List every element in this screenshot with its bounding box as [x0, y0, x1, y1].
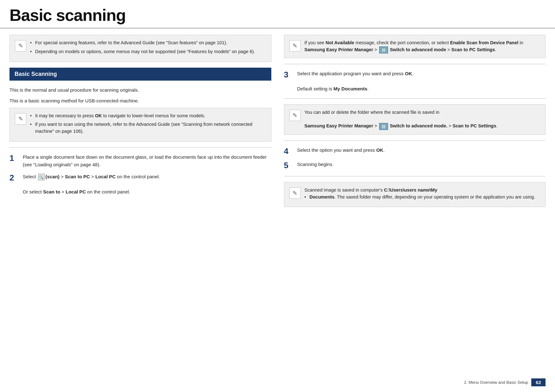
footer-text: 2. Menu Overview and Basic Setup: [464, 380, 528, 385]
note-icon-4: ✎: [289, 110, 301, 121]
note-2-content: It may be necessary to press OK to navig…: [30, 113, 266, 137]
step-2-content: Select 🔍(scan) > Scan to PC > Local PC o…: [23, 173, 271, 196]
note-1-bullet-2: Depending on models or options, some men…: [30, 48, 266, 55]
step-3-text-line2: Default setting is My Documents.: [297, 86, 369, 91]
note-box-1: ✎ For special scanning features, refer t…: [9, 35, 271, 62]
note-5-text: Scanned image is saved in computer's C:\…: [305, 187, 437, 193]
step-5-content: Scanning begins.: [297, 161, 546, 168]
step-5-number: 5: [284, 161, 293, 170]
page-footer: 2. Menu Overview and Basic Setup 62: [464, 378, 546, 386]
step-2-text-line2: Or select Scan to > Local PC on the cont…: [23, 189, 130, 194]
main-content: ✎ For special scanning features, refer t…: [0, 28, 555, 222]
note-icon-2: ✎: [15, 113, 26, 125]
note-box-3: ✎ If you see Not Available message, chec…: [284, 35, 546, 58]
step-4-number: 4: [284, 146, 293, 156]
note-1-bullet-1: For special scanning features, refer to …: [30, 40, 266, 46]
note-4-text: You can add or delete the folder where t…: [305, 110, 498, 129]
step-1-row: 1 Place a single document face down on t…: [9, 153, 271, 168]
step-1-number: 1: [9, 153, 18, 163]
step-1-text: Place a single document face down on the…: [23, 154, 267, 167]
note-2-bullet-1: It may be necessary to press OK to navig…: [30, 113, 266, 119]
step-2-number: 2: [9, 173, 18, 183]
divider-5: [284, 176, 546, 176]
note-4-content: You can add or delete the folder where t…: [305, 109, 540, 130]
step-2-row: 2 Select 🔍(scan) > Scan to PC > Local PC…: [9, 173, 271, 196]
divider-2: [284, 64, 546, 64]
note-box-4: ✎ You can add or delete the folder where…: [284, 104, 546, 135]
step-5-row: 5 Scanning begins.: [284, 161, 546, 170]
note-icon-1: ✎: [15, 40, 26, 52]
step-4-row: 4 Select the option you want and press O…: [284, 146, 546, 156]
divider-4: [284, 140, 546, 141]
step-4-content: Select the option you want and press OK.: [297, 146, 546, 154]
advanced-mode-icon-1: [379, 46, 388, 53]
step-3-row: 3 Select the application program you wan…: [284, 70, 546, 93]
note-3-text: If you see Not Available message, check …: [305, 40, 523, 52]
section-header: Basic Scanning: [9, 68, 271, 81]
step-3-number: 3: [284, 70, 293, 80]
scan-icon: 🔍: [38, 174, 45, 181]
page-container: Basic scanning ✎ For special scanning fe…: [0, 0, 555, 392]
note-5-content: Scanned image is saved in computer's C:\…: [305, 187, 540, 203]
note-5-bullet: Documents. The saved folder may differ, …: [305, 194, 540, 201]
note-box-5: ✎ Scanned image is saved in computer's C…: [284, 182, 546, 207]
step-1-content: Place a single document face down on the…: [23, 153, 271, 168]
step-4-text: Select the option you want and press OK.: [297, 147, 385, 153]
step-3-content: Select the application program you want …: [297, 70, 546, 93]
note-1-content: For special scanning features, refer to …: [30, 40, 266, 57]
page-title: Basic scanning: [9, 6, 546, 25]
step-2-text-line1: Select 🔍(scan) > Scan to PC > Local PC o…: [23, 174, 160, 179]
advanced-mode-icon-2: [379, 123, 388, 130]
footer-page-number: 62: [531, 378, 546, 386]
divider-3: [284, 98, 546, 99]
note-2-bullet-2: if you want to scan using the network, r…: [30, 121, 266, 135]
note-icon-3: ✎: [289, 40, 301, 52]
intro-text-2: This is a basic scanning method for USB-…: [9, 97, 271, 105]
note-box-2: ✎ It may be necessary to press OK to nav…: [9, 108, 271, 142]
note-3-content: If you see Not Available message, check …: [305, 40, 540, 53]
divider-1: [9, 147, 271, 148]
note-icon-5: ✎: [289, 187, 301, 199]
step-3-text-line1: Select the application program you want …: [297, 71, 414, 76]
intro-text-1: This is the normal and usual procedure f…: [9, 86, 271, 94]
step-5-text: Scanning begins.: [297, 162, 334, 167]
right-column: ✎ If you see Not Available message, chec…: [284, 35, 546, 213]
page-title-area: Basic scanning: [0, 0, 555, 28]
left-column: ✎ For special scanning features, refer t…: [9, 35, 271, 213]
